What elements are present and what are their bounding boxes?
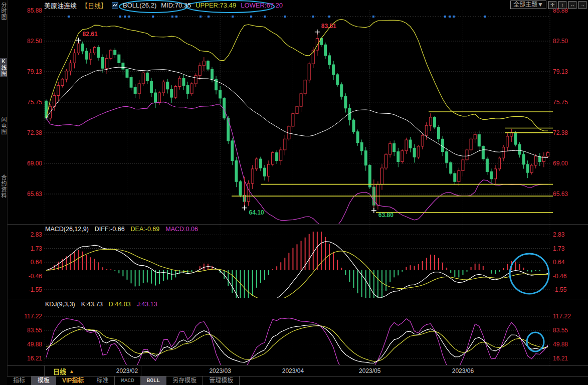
macd-dea-value: DEA:-0.69 [131, 226, 160, 233]
macd-diff-value: DIFF:-0.66 [95, 226, 125, 233]
period-arrow-icon: ▲ [69, 368, 74, 374]
svg-text:82.61: 82.61 [83, 31, 98, 38]
tab-save-template[interactable]: 另存模板 [166, 376, 203, 385]
drawn-trendlines[interactable] [232, 112, 553, 213]
svg-text:0.64: 0.64 [553, 259, 565, 266]
candlestick-layer [45, 32, 549, 211]
svg-text:82.50: 82.50 [553, 38, 568, 45]
date-axis-row: 日线 ▲ [7, 365, 588, 376]
svg-text:83.51: 83.51 [321, 23, 336, 30]
svg-text:-1.55: -1.55 [29, 286, 43, 293]
tab-standard[interactable]: 标准 [90, 376, 115, 385]
svg-text:-1.55: -1.55 [553, 286, 567, 293]
kdj-j-value: J:43.13 [137, 301, 157, 308]
svg-text:117.22: 117.22 [553, 313, 571, 320]
price-annotations: 64.1063.8082.6183.51 [76, 23, 394, 219]
svg-text:1.73: 1.73 [31, 245, 43, 252]
svg-text:49.88: 49.88 [553, 341, 568, 348]
svg-text:75.75: 75.75 [27, 99, 42, 106]
svg-text:72.38: 72.38 [27, 129, 42, 136]
svg-text:1.73: 1.73 [553, 245, 565, 252]
kdj-k-value: K:43.73 [81, 301, 103, 308]
boll-bands [46, 19, 548, 229]
tab-templates[interactable]: 模板 [32, 376, 56, 385]
kdj-header: KDJ(9,3,3) K:43.73 D:44.03 J:43.13 [45, 301, 157, 308]
svg-text:72.38: 72.38 [553, 129, 568, 136]
svg-text:117.22: 117.22 [24, 313, 42, 320]
tab-indicators[interactable]: 指标 [7, 376, 32, 385]
tab-vip-indicators[interactable]: VIP指标 [56, 376, 90, 385]
symbol-name: 美原油连续 [44, 1, 77, 10]
svg-text:65.63: 65.63 [553, 190, 568, 198]
svg-text:79.13: 79.13 [553, 68, 568, 75]
sidebar-item-flash-chart[interactable]: 闪电图 [0, 117, 7, 135]
svg-text:16.21: 16.21 [553, 355, 568, 362]
boll-mid: MID:70.35 [161, 2, 191, 9]
sidebar-item-contract-info[interactable]: 合约资料 [0, 174, 7, 199]
boll-title: BOLL(26,2) [123, 2, 156, 9]
scale-horizontal-icon[interactable]: ↔ [568, 1, 576, 9]
svg-text:75.75: 75.75 [553, 99, 568, 106]
svg-text:-0.46: -0.46 [29, 273, 43, 280]
macd-title: MACD(26,12,9) [45, 226, 89, 233]
svg-text:2.83: 2.83 [31, 231, 43, 238]
tab-manage-template[interactable]: 管理模板 [203, 376, 240, 385]
period-selector[interactable]: 日线 ▲ [44, 366, 141, 376]
svg-text:65.63: 65.63 [27, 190, 42, 198]
period-bracket: 【日线】 [81, 1, 107, 10]
svg-text:83.55: 83.55 [27, 327, 42, 334]
kdj-d-value: D:44.03 [109, 301, 131, 308]
kdj-title: KDJ(9,3,3) [45, 301, 75, 308]
chart-canvas[interactable]: 64.1063.8082.6183.5185.8885.8882.5082.50… [0, 0, 588, 385]
sidebar-item-kline-chart[interactable]: K线图 [0, 58, 7, 77]
svg-text:64.10: 64.10 [249, 209, 264, 216]
gridlines [7, 10, 588, 365]
indicator-icon [112, 2, 118, 9]
boll-lower: LOWER:67.20 [241, 2, 283, 9]
svg-text:69.00: 69.00 [553, 160, 568, 167]
chart-header: 美原油连续 【日线】 BOLL(26,2) MID:70.35 UPPER:73… [44, 0, 283, 10]
sidebar-item-time-chart[interactable]: 分时图 [0, 2, 7, 20]
svg-text:0.64: 0.64 [31, 259, 43, 266]
svg-text:82.50: 82.50 [27, 38, 42, 45]
svg-text:63.80: 63.80 [378, 212, 394, 219]
scale-vertical-icon[interactable]: ↕ [558, 1, 566, 9]
boll-upper: UPPER:73.49 [195, 2, 236, 9]
svg-text:83.55: 83.55 [553, 327, 568, 334]
svg-text:85.88: 85.88 [27, 7, 42, 14]
macd-panel [46, 229, 548, 309]
period-label: 日线 [53, 366, 66, 376]
svg-text:2.83: 2.83 [553, 231, 565, 238]
macd-macd-value: MACD:0.06 [165, 226, 198, 233]
theme-dropdown-button[interactable]: 全部主题▼ [510, 1, 546, 9]
svg-text:79.13: 79.13 [27, 68, 42, 75]
pan-right-icon[interactable]: → [578, 1, 586, 9]
indicator-tabs: 指标 模板 VIP指标 标准 MACD BOLL 另存模板 管理模板 [7, 376, 588, 385]
tab-boll[interactable]: BOLL [141, 376, 166, 385]
sidebar: 分时图 K线图 闪电图 合约资料 [0, 0, 8, 385]
crosshair-icon[interactable]: ✛ [548, 1, 556, 9]
svg-text:49.88: 49.88 [27, 341, 42, 348]
tab-macd[interactable]: MACD [115, 376, 140, 385]
macd-header: MACD(26,12,9) DIFF:-0.66 DEA:-0.69 MACD:… [45, 226, 198, 233]
svg-text:69.00: 69.00 [27, 160, 42, 167]
svg-text:16.21: 16.21 [27, 355, 42, 362]
svg-text:-0.46: -0.46 [553, 273, 567, 280]
toolbar: 全部主题▼ ✛ ↕ ↔ → [510, 1, 586, 9]
